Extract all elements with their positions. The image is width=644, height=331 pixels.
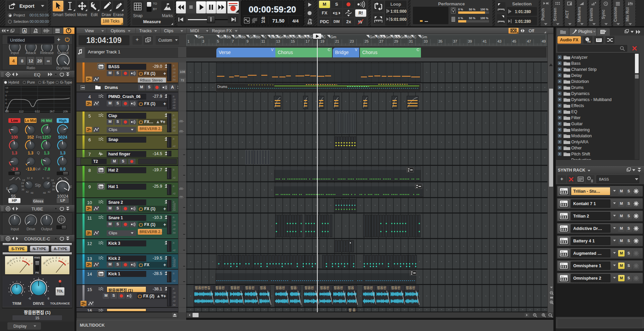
svg-text:1: 1 — [62, 258, 64, 261]
svg-text:Gm: Gm — [198, 35, 204, 39]
svg-text:팝음원: 팝음원 — [230, 286, 240, 290]
svg-text:Bb: Bb — [241, 35, 246, 39]
svg-text:3: 3 — [31, 262, 33, 265]
svg-text:팝음원: 팝음원 — [364, 286, 373, 290]
svg-text:C: C — [264, 35, 267, 39]
svg-text:팝음원: 팝음원 — [276, 286, 285, 290]
svg-text:2: 2 — [28, 260, 31, 263]
svg-text:팝 음: 팝 음 — [348, 308, 356, 312]
svg-text:팝음: 팝음 — [260, 286, 266, 290]
svg-text:-12: -12 — [47, 257, 51, 261]
svg-text:0: 0 — [59, 257, 60, 259]
svg-text:팝음원: 팝음원 — [305, 286, 314, 290]
svg-text:-12: -12 — [11, 257, 15, 261]
svg-text:팝음원편집: 팝음원편집 — [195, 286, 210, 290]
svg-text:C: C — [323, 35, 326, 39]
svg-text:팝음원: 팝음원 — [377, 286, 386, 290]
svg-text:0: 0 — [22, 257, 24, 259]
svg-text:-6: -6 — [51, 257, 54, 259]
svg-text:Bb: Bb — [256, 35, 260, 39]
svg-text:팝음원: 팝음원 — [320, 286, 329, 290]
svg-text:Bb: Bb — [226, 35, 231, 39]
svg-text:팝음:: 팝음: — [290, 286, 298, 290]
svg-text:팝음: 팝음 — [348, 286, 354, 290]
svg-text:1: 1 — [25, 258, 28, 261]
svg-text:2: 2 — [64, 260, 67, 263]
svg-text:팝음원: 팝음원 — [245, 286, 255, 290]
svg-text:A: A — [23, 29, 26, 33]
svg-text:Gm: Gm — [330, 35, 336, 39]
svg-text:-6: -6 — [15, 257, 18, 259]
svg-text:Bb: Bb — [407, 35, 412, 39]
svg-text:팝음원: 팝음원 — [215, 286, 225, 290]
svg-text:FX: FX — [588, 41, 591, 43]
svg-text:Drums: Drums — [217, 85, 227, 89]
svg-text:3: 3 — [67, 262, 69, 265]
svg-text:팝음원: 팝음원 — [334, 286, 343, 290]
svg-text:팝음원: 팝음원 — [406, 286, 415, 290]
svg-text:-3: -3 — [19, 256, 21, 259]
svg-text:팝음원: 팝음원 — [391, 286, 400, 290]
svg-text:-3: -3 — [55, 256, 57, 259]
svg-text:Gm: Gm — [421, 35, 427, 39]
svg-text:Gm: Gm — [370, 35, 376, 39]
svg-text:C: C — [414, 35, 417, 39]
svg-text:S: S — [335, 11, 337, 15]
